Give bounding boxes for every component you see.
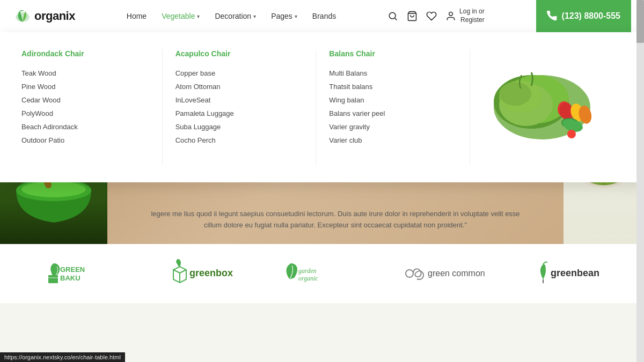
svg-point-9 [567,130,576,138]
dropdown-item[interactable]: Pine Wood [21,80,149,93]
svg-point-1 [389,12,396,19]
svg-point-11 [499,82,531,106]
site-header: organix Home Vegetable ▾ Decoration ▾ Pa… [0,0,644,32]
scrollbar-thumb[interactable] [636,0,644,43]
dropdown-item[interactable]: Teak Wood [21,67,149,80]
hero-body-text: legere me lius quod ii legunt saepius co… [148,209,523,231]
dropdown-item[interactable]: Thatsit balans [329,80,457,93]
dropdown-item[interactable]: Varier gravity [329,120,457,134]
nav-vegetable[interactable]: Vegetable ▾ [162,12,200,20]
chevron-down-icon: ▾ [197,13,200,19]
logo-icon [13,6,32,26]
dropdown-item[interactable]: Balans varier peel [329,107,457,120]
nav-decoration[interactable]: Decoration ▾ [215,12,256,20]
dropdown-item[interactable]: Cedar Wood [21,93,149,107]
svg-point-50 [406,270,413,277]
logo-text: organix [34,9,75,23]
register-label: Register [459,16,485,25]
scrollbar[interactable] [636,0,644,362]
dropdown-item[interactable]: Suba Luggage [175,120,303,134]
svg-text:garden: garden [298,267,317,275]
user-icon [445,11,456,21]
dropdown-col-3: Balans Chair Multi Balans Thatsit balans… [329,49,470,165]
dropdown-item[interactable]: Cocho Perch [175,134,303,147]
vegetables-illustration [488,64,617,150]
dropdown-col-2-title: Acapulco Chair [175,49,303,58]
dropdown-item[interactable]: Varier club [329,134,457,147]
nav-brands[interactable]: Brands [312,12,336,20]
svg-point-14 [21,181,86,197]
dropdown-menu: Adirondack Chair Teak Wood Pine Wood Ced… [0,32,644,182]
brand-green-baku[interactable]: GREEN BAKU [43,259,118,289]
dropdown-item[interactable]: Multi Balans [329,67,457,80]
svg-line-2 [395,18,397,20]
dropdown-item[interactable]: Pamaleta Luggage [175,107,303,120]
nav-home[interactable]: Home [127,12,147,20]
svg-text:green common: green common [428,269,485,278]
brand-greenbean-logo: greenbean [531,259,601,289]
chevron-down-icon: ▾ [253,13,256,19]
dropdown-col-1: Adirondack Chair Teak Wood Pine Wood Ced… [21,49,163,165]
dropdown-item[interactable]: InLoveSeat [175,93,303,107]
brand-greenbox-logo: greenbox [164,259,233,289]
svg-text:organic: organic [298,275,319,282]
svg-text:BAKU: BAKU [60,274,80,282]
login-section[interactable]: Log in or Register [445,8,485,24]
dropdown-item[interactable]: Wing balan [329,93,457,107]
header-actions: Log in or Register [387,8,485,24]
status-url: https://organix.nextsky.co/en/chair-tabl… [4,354,121,360]
brand-green-common-logo: green common [400,259,486,289]
dropdown-col-1-title: Adirondack Chair [21,49,149,58]
logo[interactable]: organix [13,6,75,26]
main-nav: Home Vegetable ▾ Decoration ▾ Pages ▾ Br… [127,12,336,20]
nav-pages[interactable]: Pages ▾ [271,12,297,20]
wishlist-icon[interactable] [426,11,437,21]
phone-icon [547,11,558,21]
phone-number: (123) 8800-555 [562,11,620,21]
dropdown-columns: Adirondack Chair Teak Wood Pine Wood Ced… [21,49,623,165]
svg-point-4 [449,12,453,16]
login-label: Log in or [459,8,485,16]
brand-greenbox[interactable]: greenbox [164,259,233,289]
dropdown-item[interactable]: Atom Ottoman [175,80,303,93]
brand-green-baku-logo: GREEN BAKU [43,259,118,289]
svg-text:greenbean: greenbean [551,268,599,278]
phone-cta[interactable]: (123) 8800-555 [536,0,631,32]
search-icon[interactable] [387,11,398,21]
dropdown-item[interactable]: Beach Adirondack [21,120,149,134]
brand-garden-organic[interactable]: garden organic [279,259,354,289]
dropdown-product-image [483,49,623,165]
chevron-down-icon: ▾ [295,13,297,19]
brand-garden-organic-logo: garden organic [279,259,354,289]
svg-rect-44 [48,275,58,283]
dropdown-col-3-title: Balans Chair [329,49,457,58]
dropdown-item[interactable]: Copper base [175,67,303,80]
dropdown-item[interactable]: PolyWood [21,107,149,120]
dropdown-col-2: Acapulco Chair Copper base Atom Ottoman … [175,49,317,165]
svg-point-0 [16,12,29,22]
brands-section: GREEN BAKU greenbox garden organic [0,244,644,303]
brand-green-common[interactable]: green common [400,259,486,289]
brand-greenbean[interactable]: greenbean [531,259,601,289]
status-bar: https://organix.nextsky.co/en/chair-tabl… [0,352,125,362]
cart-icon[interactable] [407,11,418,21]
svg-text:GREEN: GREEN [60,265,85,274]
dropdown-item[interactable]: Outdoor Patio [21,134,149,147]
svg-text:greenbox: greenbox [189,268,233,278]
